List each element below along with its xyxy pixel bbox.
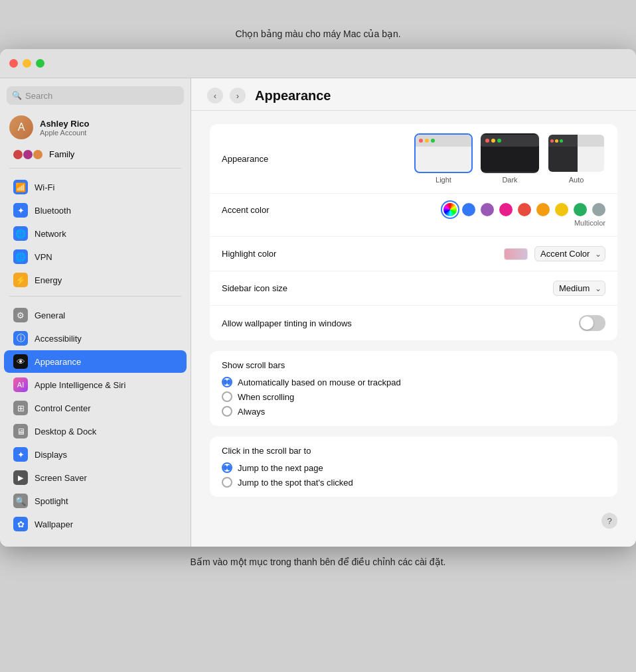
sidebar-item-screensaver-label: Screen Saver: [35, 473, 87, 483]
appearance-option-auto[interactable]: Auto: [547, 133, 605, 184]
highlight-color-label: Highlight color: [222, 249, 341, 259]
click-scroll-section: Click in the scroll bar to Jump to the n…: [210, 437, 617, 497]
sidebar-item-siri-label: Apple Intelligence & Siri: [35, 380, 125, 390]
sidebar-item-appearance-label: Appearance: [35, 357, 81, 367]
click-scroll-label: Click in the scroll bar to: [222, 446, 605, 456]
scroll-when-scrolling-radio[interactable]: [222, 391, 232, 402]
sidebar-item-wallpaper-label: Wallpaper: [35, 519, 73, 529]
sidebar-section-network: 📶 Wi-Fi ✦ Bluetooth 🌐 Network 🌐 VPN ⚡: [0, 175, 191, 292]
color-dot-gray[interactable]: [592, 203, 605, 216]
scroll-always-radio[interactable]: [222, 406, 232, 417]
traffic-lights: [9, 59, 44, 68]
appearance-option-dark[interactable]: Dark: [481, 133, 539, 184]
click-jump-spot-option[interactable]: Jump to the spot that's clicked: [222, 477, 605, 488]
click-jump-spot-radio[interactable]: [222, 477, 232, 488]
color-dot-orange[interactable]: [536, 203, 550, 216]
sidebar: 🔍 A Ashley Rico Apple Account Family: [0, 78, 191, 547]
sidebar-item-wallpaper[interactable]: ✿ Wallpaper: [4, 513, 187, 535]
network-icon: 🌐: [13, 226, 28, 241]
sidebar-item-appearance[interactable]: 👁 Appearance: [4, 350, 187, 373]
screensaver-icon: ▶: [13, 470, 28, 485]
sidebar-divider-1: [9, 168, 181, 168]
color-dot-green[interactable]: [574, 203, 587, 216]
scroll-auto-option[interactable]: Automatically based on mouse or trackpad: [222, 377, 605, 387]
sidebar-icon-size-label: Sidebar icon size: [222, 283, 341, 293]
forward-button[interactable]: ›: [230, 88, 246, 103]
wallpaper-tinting-toggle[interactable]: [579, 315, 605, 331]
wallpaper-tinting-control: [579, 315, 605, 331]
avatar: A: [9, 115, 33, 139]
main-panel: ‹ › Appearance Appearance: [191, 78, 636, 547]
window-content: 🔍 A Ashley Rico Apple Account Family: [0, 78, 636, 547]
highlight-select[interactable]: Accent Color: [534, 246, 605, 261]
search-input[interactable]: [25, 91, 179, 101]
scroll-auto-radio[interactable]: [222, 377, 232, 387]
appearance-row: Appearance: [210, 124, 617, 194]
sidebar-item-vpn[interactable]: 🌐 VPN: [4, 245, 187, 268]
sidebar-size-select[interactable]: Small Medium Large: [553, 281, 605, 296]
sidebar-item-dock[interactable]: 🖥 Desktop & Dock: [4, 420, 187, 442]
help-button[interactable]: ?: [601, 513, 617, 529]
scroll-when-scrolling-option[interactable]: When scrolling: [222, 391, 605, 402]
sidebar-item-wifi-label: Wi-Fi: [35, 182, 54, 192]
color-dot-red[interactable]: [518, 203, 531, 216]
sidebar-item-energy[interactable]: ⚡ Energy: [4, 269, 187, 291]
search-bar[interactable]: 🔍: [7, 86, 184, 105]
color-dot-pink[interactable]: [499, 203, 513, 216]
sidebar-item-network-label: Network: [35, 229, 66, 239]
search-icon: 🔍: [12, 91, 22, 100]
minimize-button[interactable]: [23, 59, 31, 68]
maximize-button[interactable]: [36, 59, 44, 68]
sidebar-item-general[interactable]: ⚙ General: [4, 304, 187, 326]
appearance-thumb-dark: [481, 133, 539, 173]
sidebar-item-wifi[interactable]: 📶 Wi-Fi: [4, 176, 187, 198]
sidebar-item-bluetooth-label: Bluetooth: [35, 206, 71, 216]
user-sub: Apple Account: [40, 129, 89, 137]
close-button[interactable]: [9, 59, 18, 68]
sidebar-icon-size-control: Small Medium Large: [553, 281, 605, 296]
sidebar-item-displays[interactable]: ✦ Displays: [4, 443, 187, 466]
appearance-light-label: Light: [436, 176, 451, 184]
color-dot-yellow[interactable]: [555, 203, 568, 216]
family-avatar-1: [13, 150, 23, 159]
sidebar-item-bluetooth[interactable]: ✦ Bluetooth: [4, 199, 187, 222]
energy-icon: ⚡: [13, 273, 28, 287]
sidebar-item-family[interactable]: Family: [4, 145, 187, 163]
sidebar-item-dock-label: Desktop & Dock: [35, 427, 96, 437]
sidebar-item-siri[interactable]: AI Apple Intelligence & Siri: [4, 373, 187, 396]
sidebar-divider-2: [9, 296, 181, 297]
show-scroll-bars-label: Show scroll bars: [222, 360, 605, 370]
family-avatars: [13, 150, 42, 159]
wifi-icon: 📶: [13, 180, 28, 194]
back-button[interactable]: ‹: [207, 88, 223, 103]
sidebar-item-general-label: General: [35, 310, 65, 320]
accent-color-control: [443, 203, 605, 216]
sidebar-item-screensaver[interactable]: ▶ Screen Saver: [4, 466, 187, 489]
accessibility-icon: ⓘ: [13, 331, 28, 346]
family-avatar-3: [33, 150, 42, 159]
highlight-select-wrapper: Accent Color: [534, 246, 605, 261]
panel-header: ‹ › Appearance: [191, 78, 636, 111]
sidebar-user[interactable]: A Ashley Rico Apple Account: [0, 110, 191, 145]
spotlight-icon: 🔍: [13, 494, 28, 508]
sidebar-item-spotlight[interactable]: 🔍 Spotlight: [4, 490, 187, 512]
click-jump-next-label: Jump to the next page: [238, 463, 323, 473]
appearance-option-light[interactable]: Light: [414, 133, 473, 184]
click-scroll-group: Click in the scroll bar to Jump to the n…: [210, 437, 617, 497]
color-dot-blue[interactable]: [462, 203, 475, 216]
panel-body: Appearance: [191, 111, 636, 547]
appearance-section: Appearance: [210, 124, 617, 340]
appearance-label: Appearance: [222, 154, 341, 164]
sidebar-item-control-center[interactable]: ⊞ Control Center: [4, 397, 187, 419]
sidebar-item-network[interactable]: 🌐 Network: [4, 222, 187, 245]
click-jump-next-radio[interactable]: [222, 462, 232, 473]
general-icon: ⚙: [13, 308, 28, 322]
wallpaper-tinting-row: Allow wallpaper tinting in windows: [210, 306, 617, 340]
scroll-always-option[interactable]: Always: [222, 406, 605, 417]
click-jump-next-option[interactable]: Jump to the next page: [222, 462, 605, 473]
color-dot-multicolor[interactable]: [443, 203, 457, 216]
color-dot-purple[interactable]: [481, 203, 494, 216]
appearance-dark-label: Dark: [502, 176, 517, 184]
sidebar-item-accessibility[interactable]: ⓘ Accessibility: [4, 327, 187, 350]
wallpaper-icon: ✿: [13, 517, 28, 531]
